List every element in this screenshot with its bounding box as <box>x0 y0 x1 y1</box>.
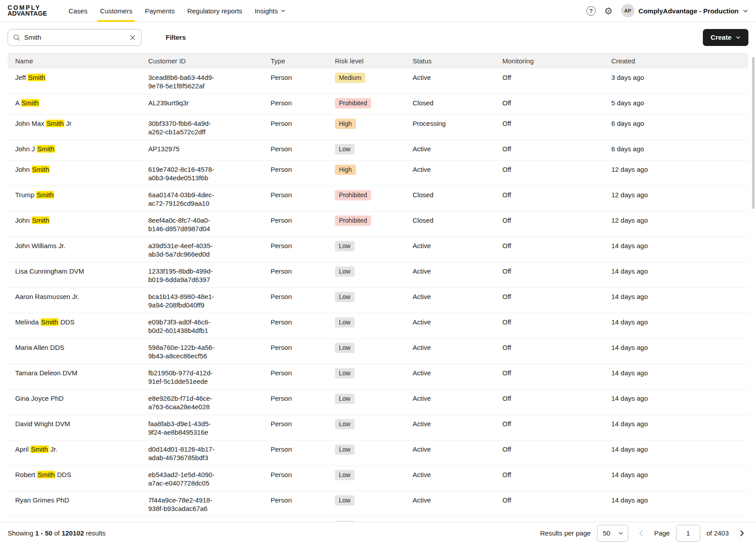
table-row[interactable]: Gina Joyce PhD e8e9262b-f71d-46ce-a763-6… <box>8 390 748 415</box>
customer-name: John Max Smith Jr <box>8 115 148 140</box>
next-page-icon[interactable] <box>735 527 748 540</box>
customer-id: e8e9262b-f71d-46ce-a763-6caa28e4e028 <box>148 394 225 411</box>
monitoring-status: Off <box>502 440 611 465</box>
customer-status: Active <box>413 364 502 389</box>
table-row[interactable]: Ryan Grimes PhD 7f44a9ce-78e2-4918-938f-… <box>8 491 748 517</box>
customer-name: Melinda Smith DDS <box>8 313 148 338</box>
risk-level-badge: Low <box>335 368 355 378</box>
table-row[interactable]: Melinda Smith DDS e09b73f3-ad0f-46c6-b0d… <box>8 313 748 339</box>
customer-id: 1233f195-8bdb-499d-b019-6dda9a7d6397 <box>148 267 225 284</box>
table-row[interactable]: A Smith AL239urt9q3r Person Prohibited C… <box>8 94 748 115</box>
risk-level-badge: Low <box>335 419 355 429</box>
table-row[interactable]: John Williams Jr. a39d531e-4eef-4035-ab3… <box>8 237 748 262</box>
customer-type: Person <box>271 390 335 415</box>
customer-type: Person <box>271 69 335 94</box>
risk-level-badge: Low <box>335 144 355 154</box>
monitoring-status: Off <box>502 69 611 94</box>
customer-id: 7f44a9ce-78e2-4918-938f-b93cadac67a6 <box>148 496 225 513</box>
nav-cases[interactable]: Cases <box>62 0 94 22</box>
top-navigation-bar: COMPLY ADVANTAGE Cases Customers Payment… <box>0 0 756 22</box>
created-date: 6 days ago <box>611 140 748 160</box>
help-icon[interactable]: ? <box>586 6 596 16</box>
results-range: 1 - 50 <box>35 529 52 537</box>
customer-status: Active <box>413 466 502 491</box>
table-row[interactable]: John Smith 8eef4a0c-8fc7-40a0-b146-d857d… <box>8 212 748 237</box>
risk-level-badge: Low <box>335 470 355 480</box>
table-row[interactable]: Trump Smith 6aa01474-03b9-4dec-ac72-7912… <box>8 186 748 212</box>
table-row[interactable]: Lisa Cunningham DVM 1233f195-8bdb-499d-b… <box>8 262 748 288</box>
avatar: AP <box>621 4 635 17</box>
nav-customers[interactable]: Customers <box>94 0 139 22</box>
risk-level-badge: High <box>335 119 356 129</box>
risk-level-badge: Low <box>335 292 355 302</box>
customer-id: eb543ad2-1e5d-4090-a7ac-e0407728dc05 <box>148 470 225 487</box>
per-page-select[interactable]: 50 <box>597 525 628 542</box>
table-row[interactable]: Maria Allen DDS 598a760e-122b-4a56-9b43-… <box>8 339 748 364</box>
account-menu[interactable]: AP ComplyAdvantage - Production <box>621 4 748 17</box>
risk-level-badge: Low <box>335 394 355 404</box>
monitoring-status: Off <box>502 262 611 287</box>
table-row[interactable]: Robert Carter PhD 5c92b7d4-4597-49bf-8c1… <box>8 517 748 522</box>
risk-level-badge: Low <box>335 444 355 455</box>
monitoring-status: Off <box>502 466 611 491</box>
monitoring-status: Off <box>502 390 611 415</box>
customer-status: Active <box>413 262 502 287</box>
customer-status: Active <box>413 69 502 94</box>
created-date: 12 days ago <box>611 186 748 211</box>
monitoring-status: Off <box>502 313 611 338</box>
customer-type: Person <box>271 212 335 237</box>
complyadvantage-logo[interactable]: COMPLY ADVANTAGE <box>8 5 47 17</box>
table-row[interactable]: Jeff Smith 3cead8b6-ba63-44d9-9e78-5e1f8… <box>8 69 748 94</box>
customer-name: Robert Smith DDS <box>8 466 148 491</box>
customer-name: Jeff Smith <box>8 69 148 94</box>
customer-id: d0d14d01-8126-4b17-adab-46736785bdf3 <box>148 445 225 462</box>
nav-regulatory-reports[interactable]: Regulatory reports <box>181 0 248 22</box>
customer-status: Active <box>413 517 502 522</box>
pager-controls: Results per page 50 Page of 2403 <box>540 525 749 542</box>
table-row[interactable]: John J Smith AP132975 Person Low Active … <box>8 140 748 161</box>
per-page-label: Results per page <box>540 529 591 537</box>
customer-id: a39d531e-4eef-4035-ab3d-5a7dc966ed0d <box>148 241 225 258</box>
search-input[interactable] <box>8 29 142 46</box>
gear-icon[interactable]: ⚙ <box>604 6 613 16</box>
nav-insights[interactable]: Insights <box>249 0 292 22</box>
table-row[interactable]: Tamara Deleon DVM fb21950b-977d-412d-91e… <box>8 364 748 390</box>
customer-type: Person <box>271 415 335 440</box>
table-row[interactable]: Robert Smith DDS eb543ad2-1e5d-4090-a7ac… <box>8 466 748 491</box>
results-total: 120102 <box>62 529 84 537</box>
page-number-input[interactable] <box>676 525 700 542</box>
customer-id: e09b73f3-ad0f-46c6-b0d2-601438b4dfb1 <box>148 318 225 335</box>
previous-page-icon[interactable] <box>635 527 648 540</box>
created-date: 14 days ago <box>611 313 748 338</box>
clear-search-icon[interactable] <box>128 33 138 42</box>
risk-level-badge: Low <box>335 343 355 353</box>
customer-id: 3cead8b6-ba63-44d9-9e78-5e1f8f5622af <box>148 73 225 90</box>
column-header-risk-level: Risk level <box>335 57 413 65</box>
created-date: 14 days ago <box>611 364 748 389</box>
table-row[interactable]: John Smith 619e7402-8c16-4578-a0b3-94ede… <box>8 161 748 186</box>
main-nav: Cases Customers Payments Regulatory repo… <box>62 0 292 22</box>
table-row[interactable]: April Smith Jr. d0d14d01-8126-4b17-adab-… <box>8 440 748 466</box>
customer-type: Person <box>271 364 335 389</box>
monitoring-status: Off <box>502 237 611 262</box>
table-body: Jeff Smith 3cead8b6-ba63-44d9-9e78-5e1f8… <box>8 69 748 522</box>
risk-level-badge: Medium <box>335 73 365 83</box>
created-date: 12 days ago <box>611 212 748 237</box>
table-row[interactable]: Aaron Rasmussen Jr. bca1b143-8980-48e1-9… <box>8 288 748 313</box>
table-row[interactable]: John Max Smith Jr 30bf3370-fbb6-4a9d-a26… <box>8 115 748 140</box>
nav-payments[interactable]: Payments <box>138 0 181 22</box>
org-name: ComplyAdvantage - Production <box>639 7 739 15</box>
customer-status: Active <box>413 440 502 465</box>
pagination-bar: Showing 1 - 50 of 120102 results Results… <box>0 522 756 544</box>
create-button[interactable]: Create <box>703 29 748 46</box>
of-label: of <box>54 529 60 537</box>
table-row[interactable]: David Wright DVM faa8fab3-d9e1-43d5-9f24… <box>8 415 748 440</box>
customer-status: Closed <box>413 186 502 211</box>
filters-button[interactable]: Filters <box>166 33 186 41</box>
customer-id: AP132975 <box>148 145 180 153</box>
vertical-scrollbar[interactable] <box>752 57 755 209</box>
customer-name: Robert Carter PhD <box>8 517 148 522</box>
created-date: 14 days ago <box>611 440 748 465</box>
customer-name: Aaron Rasmussen Jr. <box>8 288 148 313</box>
toolbar: Filters Create <box>0 22 756 53</box>
